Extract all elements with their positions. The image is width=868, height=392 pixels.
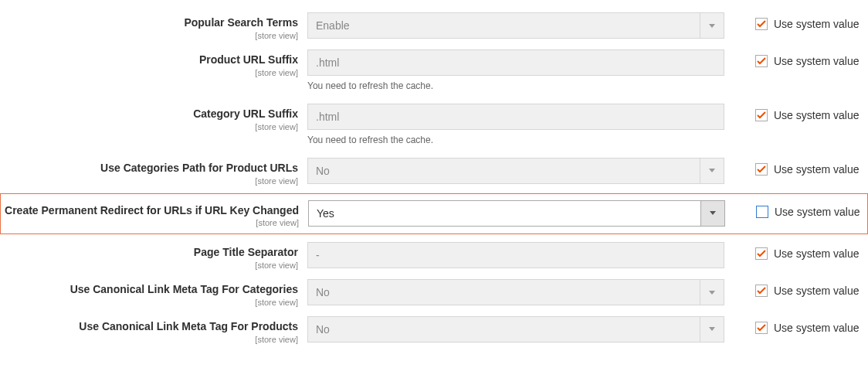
use-system-col: Use system value — [755, 242, 859, 260]
use-system-label: Use system value — [774, 322, 859, 334]
use-system-label: Use system value — [775, 206, 860, 218]
dropdown-arrow — [700, 158, 724, 184]
use-system-col: Use system value — [756, 200, 860, 218]
field-col: No — [307, 158, 724, 184]
field-scope: [store view] — [1, 218, 299, 227]
label-col: Product URL Suffix[store view] — [0, 49, 307, 77]
use-system-checkbox[interactable] — [755, 163, 768, 176]
field-label: Use Canonical Link Meta Tag For Products — [0, 320, 298, 333]
chevron-down-icon — [709, 327, 715, 331]
field-col: No — [307, 279, 724, 305]
field-value: .html — [307, 104, 724, 130]
field-scope: [store view] — [0, 261, 298, 270]
select-input[interactable]: Yes — [308, 200, 725, 227]
use-system-label: Use system value — [774, 163, 859, 176]
use-system-checkbox[interactable] — [756, 206, 768, 218]
field-col: .htmlYou need to refresh the cache. — [307, 104, 724, 148]
label-col: Category URL Suffix[store view] — [0, 104, 307, 131]
use-system-label: Use system value — [774, 55, 859, 67]
select-input: No — [307, 279, 724, 305]
field-col: Enable — [307, 12, 724, 39]
field-label: Use Canonical Link Meta Tag For Categori… — [0, 283, 298, 296]
use-system-col: Use system value — [755, 316, 859, 334]
use-system-checkbox[interactable] — [755, 322, 768, 334]
use-system-checkbox[interactable] — [755, 109, 768, 121]
field-value: Enable — [307, 12, 700, 39]
field-note: You need to refresh the cache. — [307, 135, 724, 145]
label-col: Create Permanent Redirect for URLs if UR… — [1, 200, 308, 228]
label-col: Use Canonical Link Meta Tag For Products… — [0, 316, 307, 344]
use-system-col: Use system value — [755, 49, 859, 67]
field-scope: [store view] — [0, 335, 298, 344]
setting-row-use-categories-path: Use Categories Path for Product URLs[sto… — [0, 153, 868, 190]
field-col: .htmlYou need to refresh the cache. — [307, 49, 724, 94]
label-col: Use Canonical Link Meta Tag For Categori… — [0, 279, 307, 307]
text-input: - — [307, 242, 724, 268]
field-value: No — [307, 158, 700, 184]
field-scope: [store view] — [0, 176, 298, 186]
field-value: No — [307, 316, 700, 343]
chevron-down-icon — [710, 211, 716, 215]
use-system-checkbox[interactable] — [755, 285, 768, 297]
setting-row-canonical-products: Use Canonical Link Meta Tag For Products… — [0, 312, 868, 349]
use-system-label: Use system value — [774, 18, 859, 30]
chevron-down-icon — [709, 169, 715, 172]
dropdown-arrow — [700, 12, 724, 39]
use-system-col: Use system value — [755, 279, 859, 297]
use-system-col: Use system value — [755, 158, 859, 176]
setting-row-popular-search-terms: Popular Search Terms[store view]EnableUs… — [0, 8, 868, 45]
setting-row-page-title-separator: Page Title Separator[store view]-Use sys… — [0, 237, 868, 274]
setting-row-create-permanent-redirect: Create Permanent Redirect for URLs if UR… — [0, 193, 868, 235]
field-value[interactable]: Yes — [308, 200, 700, 227]
field-label: Create Permanent Redirect for URLs if UR… — [1, 204, 299, 217]
field-value: No — [307, 279, 700, 305]
select-input: No — [307, 316, 724, 343]
field-scope: [store view] — [0, 31, 298, 40]
field-col: No — [307, 316, 724, 343]
field-value: .html — [307, 49, 724, 76]
field-scope: [store view] — [0, 68, 298, 77]
field-scope: [store view] — [0, 298, 298, 307]
field-label: Use Categories Path for Product URLs — [0, 162, 298, 175]
select-input: No — [307, 158, 724, 184]
setting-row-product-url-suffix: Product URL Suffix[store view].htmlYou n… — [0, 45, 868, 99]
use-system-checkbox[interactable] — [755, 247, 768, 260]
field-col: Yes — [308, 200, 725, 227]
select-input: Enable — [307, 12, 724, 39]
use-system-label: Use system value — [774, 247, 859, 260]
field-value: - — [307, 242, 724, 268]
label-col: Popular Search Terms[store view] — [0, 12, 307, 40]
text-input: .html — [307, 49, 724, 76]
dropdown-arrow[interactable] — [700, 200, 725, 227]
use-system-col: Use system value — [755, 104, 859, 121]
field-label: Product URL Suffix — [0, 53, 298, 66]
use-system-label: Use system value — [774, 285, 859, 297]
field-label: Category URL Suffix — [0, 107, 298, 121]
dropdown-arrow — [700, 316, 724, 343]
label-col: Page Title Separator[store view] — [0, 242, 307, 270]
chevron-down-icon — [709, 24, 715, 28]
use-system-checkbox[interactable] — [755, 55, 768, 67]
field-label: Popular Search Terms — [0, 16, 298, 29]
settings-form: Popular Search Terms[store view]EnableUs… — [0, 8, 868, 349]
label-col: Use Categories Path for Product URLs[sto… — [0, 158, 307, 186]
chevron-down-icon — [709, 291, 715, 295]
setting-row-category-url-suffix: Category URL Suffix[store view].htmlYou … — [0, 99, 868, 153]
use-system-checkbox[interactable] — [755, 18, 768, 30]
dropdown-arrow — [700, 279, 724, 305]
use-system-label: Use system value — [774, 109, 859, 121]
use-system-col: Use system value — [755, 12, 859, 30]
field-col: - — [307, 242, 724, 268]
setting-row-canonical-categories: Use Canonical Link Meta Tag For Categori… — [0, 274, 868, 312]
field-scope: [store view] — [0, 122, 298, 131]
field-note: You need to refresh the cache. — [307, 80, 724, 91]
field-label: Page Title Separator — [0, 246, 298, 259]
text-input: .html — [307, 104, 724, 130]
